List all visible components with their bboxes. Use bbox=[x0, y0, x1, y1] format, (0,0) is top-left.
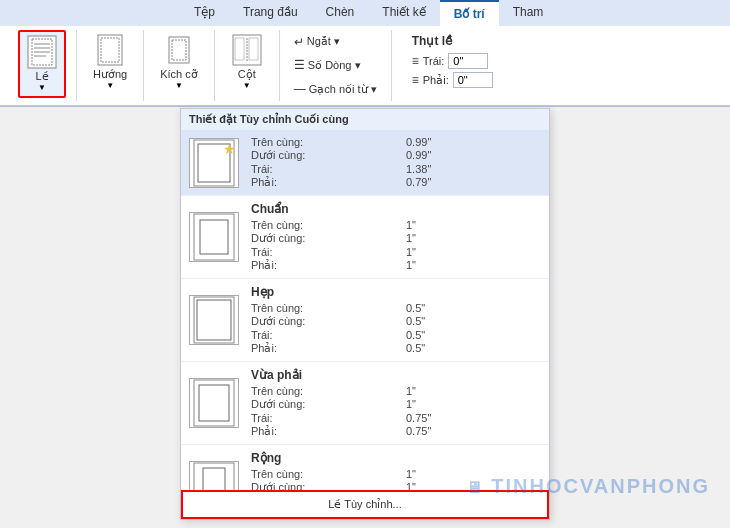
phai-val-vua-phai: 0.75" bbox=[406, 425, 541, 438]
ribbon-group-huong: Hướng ▼ bbox=[77, 30, 144, 101]
phai-val-chuan: 1" bbox=[406, 259, 541, 272]
le-arrow: ▼ bbox=[38, 83, 46, 92]
svg-rect-22 bbox=[194, 463, 234, 490]
le-icon bbox=[26, 36, 58, 68]
tab-trang-dau[interactable]: Trang đầu bbox=[229, 0, 312, 26]
thut-le-title: Thụt lề bbox=[412, 34, 493, 48]
tren-cung-val-last: 0.99" bbox=[406, 136, 541, 148]
ribbon-group-le-content: Lề ▼ bbox=[18, 30, 66, 101]
ribbon: Tệp Trang đầu Chèn Thiết kế Bố trí Tham bbox=[0, 0, 730, 107]
phai-label: Phải: bbox=[423, 74, 449, 87]
kich-co-button[interactable]: Kích cỡ ▼ bbox=[154, 30, 204, 94]
duoi-cung-val-last: 0.99" bbox=[406, 149, 541, 162]
tren-cung-label-rong: Trên cùng: bbox=[251, 468, 386, 480]
phai-input[interactable] bbox=[453, 72, 493, 88]
cot-button[interactable]: Cột ▼ bbox=[225, 30, 269, 94]
margin-item-last[interactable]: ★ Trên cùng: 0.99" Dưới cùng: 0.99" Trái… bbox=[181, 130, 549, 196]
so-dong-label: Số Dòng ▾ bbox=[308, 59, 361, 72]
gach-noi-button[interactable]: — Gạch nối từ ▾ bbox=[290, 80, 381, 98]
svg-rect-18 bbox=[194, 297, 234, 343]
item-name-chuan: Chuẩn bbox=[251, 202, 541, 216]
item-name-hep: Hẹp bbox=[251, 285, 541, 299]
item-preview-vua-phai bbox=[189, 378, 239, 428]
tren-cung-label-hep: Trên cùng: bbox=[251, 302, 386, 314]
item-details-hep: Hẹp Trên cùng: 0.5" Dưới cùng: 0.5" Trái… bbox=[251, 285, 541, 355]
tab-tep[interactable]: Tệp bbox=[180, 0, 229, 26]
huong-button[interactable]: Hướng ▼ bbox=[87, 30, 133, 94]
margin-item-vua-phai[interactable]: Vừa phải Trên cùng: 1" Dưới cùng: 1" Trá… bbox=[181, 362, 549, 445]
phai-label-chuan: Phải: bbox=[251, 259, 386, 272]
gach-noi-icon: — bbox=[294, 82, 306, 96]
ribbon-group-cot-content: Cột ▼ bbox=[225, 30, 269, 101]
trai-val-last: 1.38" bbox=[406, 163, 541, 175]
trai-label-hep: Trái: bbox=[251, 329, 386, 341]
dropdown-items: ★ Trên cùng: 0.99" Dưới cùng: 0.99" Trái… bbox=[181, 130, 549, 490]
item-preview-chuan bbox=[189, 212, 239, 262]
item-details-rong: Rộng Trên cùng: 1" Dưới cùng: 1" Trái: 2… bbox=[251, 451, 541, 490]
item-details-vua-phai: Vừa phải Trên cùng: 1" Dưới cùng: 1" Trá… bbox=[251, 368, 541, 438]
tren-cung-val-rong: 1" bbox=[406, 468, 541, 480]
huong-arrow: ▼ bbox=[106, 81, 114, 90]
ngat-label: Ngắt ▾ bbox=[307, 35, 340, 48]
margin-item-chuan[interactable]: Chuẩn Trên cùng: 1" Dưới cùng: 1" Trái: … bbox=[181, 196, 549, 279]
ribbon-group-cot: Cột ▼ bbox=[215, 30, 280, 101]
margin-dropdown: Thiết đặt Tùy chỉnh Cuối cùng ★ Trên cùn… bbox=[180, 108, 550, 520]
trai-input[interactable] bbox=[448, 53, 488, 69]
thut-le-section: Thụt lề ≡ Trái: ≡ Phải: bbox=[402, 30, 503, 92]
cot-icon bbox=[231, 34, 263, 66]
trai-val-vua-phai: 0.75" bbox=[406, 412, 541, 424]
tab-tham[interactable]: Tham bbox=[499, 0, 558, 26]
tren-cung-label-chuan: Trên cùng: bbox=[251, 219, 386, 231]
item-name-rong: Rộng bbox=[251, 451, 541, 465]
item-details-last: Trên cùng: 0.99" Dưới cùng: 0.99" Trái: … bbox=[251, 136, 541, 189]
ribbon-group-le: Lề ▼ bbox=[8, 30, 77, 101]
duoi-cung-val-chuan: 1" bbox=[406, 232, 541, 245]
trai-label: Trái: bbox=[423, 55, 445, 67]
ngat-button[interactable]: ↵ Ngắt ▾ bbox=[290, 33, 381, 51]
duoi-cung-label-chuan: Dưới cùng: bbox=[251, 232, 386, 245]
tab-chen[interactable]: Chèn bbox=[312, 0, 369, 26]
item-preview-hep bbox=[189, 295, 239, 345]
phai-val-hep: 0.5" bbox=[406, 342, 541, 355]
item-measurements-chuan: Trên cùng: 1" Dưới cùng: 1" Trái: 1" Phả… bbox=[251, 219, 541, 272]
item-measurements-vua-phai: Trên cùng: 1" Dưới cùng: 1" Trái: 0.75" … bbox=[251, 385, 541, 438]
kich-co-arrow: ▼ bbox=[175, 81, 183, 90]
item-details-chuan: Chuẩn Trên cùng: 1" Dưới cùng: 1" Trái: … bbox=[251, 202, 541, 272]
le-tuy-chinh-button[interactable]: Lề Tùy chỉnh... bbox=[181, 490, 549, 519]
ribbon-group-thut-le: Thụt lề ≡ Trái: ≡ Phải: bbox=[392, 30, 513, 101]
trai-val-chuan: 1" bbox=[406, 246, 541, 258]
margin-item-hep[interactable]: Hẹp Trên cùng: 0.5" Dưới cùng: 0.5" Trái… bbox=[181, 279, 549, 362]
phai-label-hep: Phải: bbox=[251, 342, 386, 355]
so-dong-button[interactable]: ☰ Số Dòng ▾ bbox=[290, 56, 381, 74]
margin-item-rong[interactable]: Rộng Trên cùng: 1" Dưới cùng: 1" Trái: 2… bbox=[181, 445, 549, 490]
duoi-cung-label-rong: Dưới cùng: bbox=[251, 481, 386, 490]
dropdown-header: Thiết đặt Tùy chỉnh Cuối cùng bbox=[181, 109, 549, 130]
item-name-vua-phai: Vừa phải bbox=[251, 368, 541, 382]
phai-label-last: Phải: bbox=[251, 176, 386, 189]
duoi-cung-label-last: Dưới cùng: bbox=[251, 149, 386, 162]
ribbon-group-kich-co-content: Kích cỡ ▼ bbox=[154, 30, 204, 101]
svg-rect-6 bbox=[98, 35, 122, 65]
trai-val-hep: 0.5" bbox=[406, 329, 541, 341]
tren-cung-label-vua-phai: Trên cùng: bbox=[251, 385, 386, 397]
small-btns: ↵ Ngắt ▾ ☰ Số Dòng ▾ — Gạch nối từ ▾ bbox=[290, 30, 381, 101]
ribbon-group-ngat: ↵ Ngắt ▾ ☰ Số Dòng ▾ — Gạch nối từ ▾ bbox=[280, 30, 392, 101]
so-dong-icon: ☰ bbox=[294, 58, 305, 72]
kich-co-icon bbox=[163, 34, 195, 66]
tab-thiet-ke[interactable]: Thiết kế bbox=[368, 0, 439, 26]
duoi-cung-val-vua-phai: 1" bbox=[406, 398, 541, 411]
le-button[interactable]: Lề ▼ bbox=[18, 30, 66, 98]
huong-label: Hướng bbox=[93, 68, 127, 81]
phai-val-last: 0.79" bbox=[406, 176, 541, 189]
ngat-icon: ↵ bbox=[294, 35, 304, 49]
phai-align-icon: ≡ bbox=[412, 73, 419, 87]
tab-bo-tri[interactable]: Bố trí bbox=[440, 0, 499, 26]
ribbon-body: Lề ▼ Hướng ▼ bbox=[0, 26, 730, 106]
ribbon-group-huong-content: Hướng ▼ bbox=[87, 30, 133, 101]
item-measurements-hep: Trên cùng: 0.5" Dưới cùng: 0.5" Trái: 0.… bbox=[251, 302, 541, 355]
thut-le-phai-row: ≡ Phải: bbox=[412, 72, 493, 88]
tren-cung-val-vua-phai: 1" bbox=[406, 385, 541, 397]
trai-label-last: Trái: bbox=[251, 163, 386, 175]
duoi-cung-label-vua-phai: Dưới cùng: bbox=[251, 398, 386, 411]
trai-label-vua-phai: Trái: bbox=[251, 412, 386, 424]
